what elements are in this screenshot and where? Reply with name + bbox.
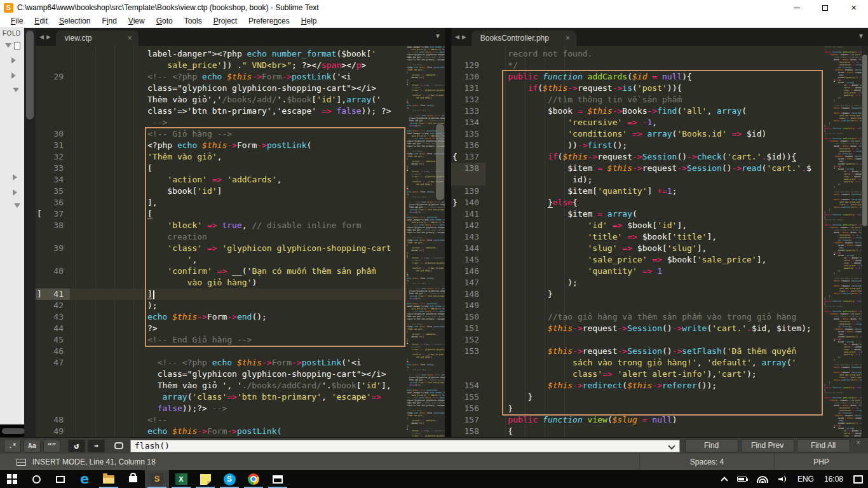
tab-prev-icon[interactable]: ◀ — [39, 34, 44, 40]
gutter-line[interactable]: 138 — [451, 163, 485, 174]
gutter-line[interactable]: 153 — [451, 346, 485, 357]
start-button[interactable] — [0, 470, 24, 488]
sublime-text-taskbar-button[interactable]: S — [145, 470, 169, 488]
gutter-line[interactable] — [36, 277, 70, 288]
gutter-line[interactable] — [451, 357, 485, 369]
code-line[interactable]: id); — [485, 174, 820, 186]
gutter-line[interactable]: 36 — [36, 197, 70, 208]
code-line[interactable]: 'conditions' => array('Books.id' => $id) — [485, 128, 820, 140]
gutter-line[interactable] — [451, 174, 485, 186]
tab-view-ctp[interactable]: view.ctp × — [56, 30, 139, 46]
menu-preferences[interactable]: Preferences — [243, 15, 295, 28]
code-line[interactable]: label-danger"><?php echo number_format($… — [70, 48, 407, 60]
code-line[interactable]: 'sale_price' => $book['sale_price'], — [485, 254, 820, 266]
gutter-line[interactable]: [37 — [36, 208, 70, 220]
whole-word-toggle-button[interactable]: “” — [43, 440, 60, 452]
gutter-line[interactable] — [36, 231, 70, 243]
gutter-line[interactable]: 149 — [451, 300, 485, 311]
search-button[interactable] — [24, 470, 48, 488]
gutter-line[interactable]: 142 — [451, 220, 485, 231]
gutter-line[interactable] — [36, 117, 70, 128]
right-gutter[interactable]: 129130131132133134135136{137138139}14014… — [451, 48, 485, 437]
code-line[interactable]: sách vào trong giỏ hàng!', 'default', ar… — [485, 357, 820, 369]
menu-view[interactable]: View — [123, 15, 151, 28]
tab-next-icon[interactable]: ▶ — [46, 34, 51, 40]
gutter-line[interactable] — [36, 391, 70, 403]
tab-close-icon[interactable]: × — [549, 34, 570, 43]
gutter-line[interactable]: 46 — [36, 346, 70, 357]
gutter-line[interactable] — [451, 369, 485, 380]
code-line[interactable]: public function view($slug = null) — [485, 414, 820, 426]
left-code-area[interactable]: 2930313233343536[37383940]41424344454647… — [36, 46, 445, 437]
menu-find[interactable]: Find — [96, 15, 122, 28]
menu-edit[interactable]: Edit — [29, 15, 53, 28]
tab-overflow-icon[interactable]: ▼ — [858, 32, 864, 39]
code-line[interactable]: ?> — [70, 323, 407, 334]
code-line[interactable]: $this->request->Session()->write('cart.'… — [485, 323, 820, 334]
gutter-line[interactable]: 40 — [36, 266, 70, 277]
menu-file[interactable]: File — [5, 15, 29, 28]
battery-status[interactable] — [732, 470, 752, 488]
find-prev-button[interactable]: Find Prev — [741, 439, 794, 452]
gutter-line[interactable] — [36, 60, 70, 71]
gutter-line[interactable]: 136 — [451, 140, 485, 151]
gutter-line[interactable]: 139 — [451, 186, 485, 197]
code-line[interactable]: array('class'=>'btn btn-primary', 'escap… — [70, 391, 407, 403]
syntax-status[interactable]: PHP — [774, 454, 868, 470]
gutter-line[interactable]: 29 — [36, 71, 70, 83]
code-line[interactable]: ', — [70, 254, 407, 266]
code-line[interactable]: public function addCards($id = null){ — [485, 71, 820, 83]
gutter-line[interactable]: 47 — [36, 357, 70, 369]
folder-expanded-icon[interactable] — [13, 88, 19, 92]
menu-tools[interactable]: Tools — [179, 15, 208, 28]
left-minimap-scrollbar[interactable] — [436, 124, 444, 200]
code-line[interactable]: vào giỏ hàng') — [70, 277, 407, 288]
gutter-line[interactable]: 151 — [451, 323, 485, 334]
gutter-line[interactable]: 148 — [451, 288, 485, 300]
volume-status[interactable] — [773, 470, 792, 488]
code-line[interactable]: $item = $this->request->Session()->read(… — [485, 163, 820, 174]
action-center-button[interactable] — [848, 470, 868, 488]
wrap-search-toggle-button[interactable]: ↺ — [68, 440, 85, 452]
gutter-line[interactable]: 42 — [36, 300, 70, 311]
gutter-line[interactable]: ]41 — [36, 288, 70, 300]
gutter-line[interactable]: 158 — [451, 426, 485, 437]
code-line[interactable]: 'class' => 'glyphicon glyphicon-shopping… — [70, 243, 407, 254]
gutter-line[interactable] — [36, 105, 70, 117]
code-line[interactable]: 'slug' => $book['slug'], — [485, 243, 820, 254]
gutter-line[interactable] — [36, 48, 70, 60]
right-scrollbar[interactable] — [862, 55, 867, 226]
code-line[interactable]: $this->request->Session()->setFlash('Đã … — [485, 346, 820, 357]
code-line[interactable]: } — [485, 288, 820, 300]
code-line[interactable]: //tìm thông tin về sản phẩm — [485, 94, 820, 105]
gutter-line[interactable] — [36, 83, 70, 94]
menu-goto[interactable]: Goto — [151, 15, 179, 28]
code-line[interactable]: ); — [485, 277, 820, 288]
close-button[interactable]: × — [839, 0, 868, 15]
left-gutter[interactable]: 2930313233343536[37383940]41424344454647… — [36, 48, 70, 437]
gutter-line[interactable]: 143 — [451, 231, 485, 243]
code-line[interactable]: } — [485, 391, 820, 403]
code-line[interactable]: class="glyphicon glyphicon-shopping-cart… — [70, 83, 407, 94]
file-explorer-taskbar-button[interactable] — [97, 470, 121, 488]
gutter-line[interactable]: 134 — [451, 117, 485, 128]
code-line[interactable]: } — [485, 403, 820, 414]
code-line[interactable]: echo $this->Form->postLink( — [70, 426, 407, 437]
gutter-line[interactable] — [36, 369, 70, 380]
left-minimap[interactable]: label-danger"><?php echo number_format($… — [407, 46, 445, 437]
folder-collapsed-icon[interactable] — [13, 189, 17, 196]
code-line[interactable]: }else{ — [485, 197, 820, 208]
gutter-line[interactable]: 155 — [451, 391, 485, 403]
gutter-line[interactable]: 31 — [36, 140, 70, 151]
folder-expanded-icon[interactable] — [14, 203, 20, 208]
gutter-line[interactable]: 39 — [36, 243, 70, 254]
code-line[interactable]: 'confirm' => __('Bạn có muốn thêm sản ph… — [70, 266, 407, 277]
code-line[interactable] — [485, 334, 820, 346]
code-line[interactable]: $item = array( — [485, 208, 820, 220]
gutter-line[interactable] — [36, 380, 70, 391]
code-line[interactable]: 'Thêm vào giỏ', — [70, 151, 407, 163]
menu-help[interactable]: Help — [295, 15, 323, 28]
gutter-line[interactable]: }140 — [451, 197, 485, 208]
sticky-notes-taskbar-button[interactable] — [193, 470, 217, 488]
gutter-line[interactable]: 156 — [451, 403, 485, 414]
